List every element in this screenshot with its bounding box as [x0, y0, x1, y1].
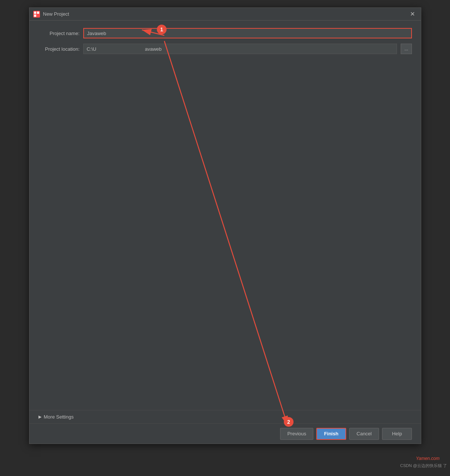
project-name-label: Project name:: [38, 31, 80, 36]
browse-button[interactable]: ...: [401, 44, 412, 54]
more-settings-arrow-icon: ▶: [38, 414, 41, 419]
close-button[interactable]: ✕: [408, 10, 417, 18]
empty-area: [30, 223, 421, 410]
svg-rect-4: [37, 15, 39, 17]
project-name-row: Project name:: [38, 28, 412, 38]
cancel-button[interactable]: Cancel: [349, 428, 379, 440]
watermark-text: Yamen.com: [416, 456, 440, 461]
project-name-input[interactable]: [83, 28, 412, 38]
form-area: Project name: Project location: ...: [30, 21, 421, 223]
finish-button[interactable]: Finish: [316, 428, 346, 440]
new-project-dialog: New Project ✕ Project name: Project loca…: [29, 7, 421, 444]
dialog-title: New Project: [43, 11, 69, 17]
more-settings-row[interactable]: ▶ More Settings: [30, 410, 421, 423]
csdn-credit: CSDN @云边的快乐猫 了: [400, 463, 447, 469]
title-bar: New Project ✕: [30, 8, 421, 21]
more-settings-label: More Settings: [44, 414, 74, 420]
help-button[interactable]: Help: [382, 428, 412, 440]
svg-rect-3: [34, 15, 36, 17]
project-location-row: Project location: ...: [38, 44, 412, 54]
project-location-input[interactable]: [83, 44, 397, 54]
svg-rect-1: [34, 12, 36, 14]
svg-rect-2: [37, 12, 39, 14]
app-icon: [33, 11, 40, 18]
project-location-label: Project location:: [38, 46, 80, 52]
button-bar: Previous Finish Cancel Help: [30, 423, 421, 444]
title-bar-left: New Project: [33, 11, 69, 18]
previous-button[interactable]: Previous: [280, 428, 313, 440]
